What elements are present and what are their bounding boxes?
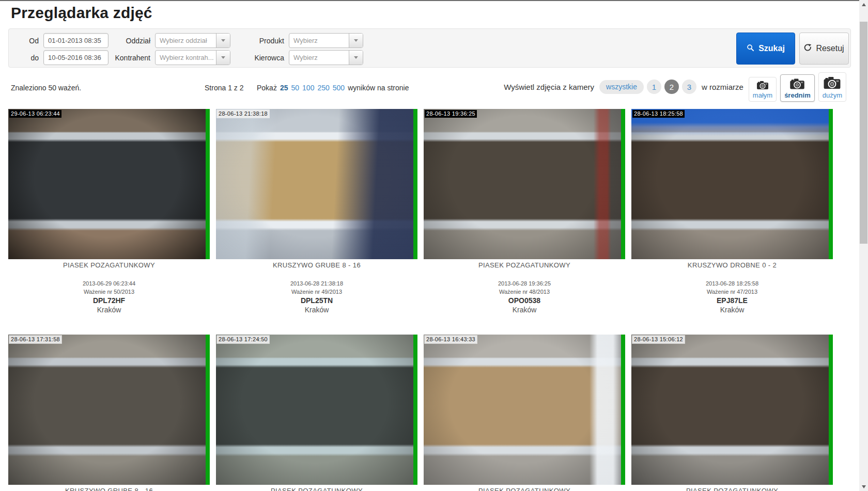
scroll-down-arrow[interactable]	[859, 482, 868, 491]
location: Kraków	[216, 306, 417, 314]
photo-card[interactable]: 28-06-13 17:24:50 PIASEK POZAGATUNKOWY	[216, 335, 417, 491]
camera-icon	[789, 77, 805, 90]
vertical-scrollbar[interactable]	[859, 0, 868, 491]
location: Kraków	[424, 306, 625, 314]
photo-browser-page: Przeglądarka zdjęć Od do Oddział Wybierz…	[0, 0, 868, 491]
triangle-up-icon	[862, 1, 866, 6]
photo-caption: KRUSZYWO GRUBE 8 - 16 2013-06-28 21:38:1…	[216, 261, 417, 314]
camera-cluster: Wyświetl zdjęcia z kamery wszystkie123 w…	[504, 70, 846, 103]
chevron-down-icon[interactable]	[349, 34, 363, 47]
photo-card[interactable]: 28-06-13 17:31:58 KRUSZYWO GRUBE 8 - 16	[8, 335, 210, 491]
product-name: KRUSZYWO GRUBE 8 - 16	[8, 487, 210, 491]
photo-card[interactable]: 28-06-13 18:25:58 KRUSZYWO DROBNE 0 - 2 …	[631, 109, 833, 314]
photo-caption: PIASEK POZAGATUNKOWY	[216, 487, 417, 491]
per-page-suffix: wyników na stronie	[348, 84, 409, 92]
camera-photo[interactable]: 28-06-13 16:43:33	[424, 335, 625, 485]
filter-row-kontrahent: Kontrahent Wybierz kontrah...	[111, 50, 230, 65]
camera-photo[interactable]: 28-06-13 17:31:58	[8, 335, 210, 485]
photo-size-button[interactable]: średnim	[780, 74, 815, 102]
camera-photo[interactable]: 28-06-13 19:36:25	[424, 109, 625, 259]
kontrahent-select-value: Wybierz kontrah...	[156, 51, 216, 65]
photo-timestamp: 29-06-13 06:23:44	[9, 110, 61, 118]
license-plate: EPJ87LE	[631, 296, 833, 305]
photo-caption: PIASEK POZAGATUNKOWY 2013-06-28 19:36:25…	[424, 261, 625, 314]
camera-photo[interactable]: 28-06-13 17:24:50	[216, 335, 417, 485]
filter-row-od: Od	[19, 33, 109, 48]
refresh-icon	[804, 44, 812, 54]
produkt-select[interactable]: Wybierz	[289, 33, 363, 48]
photo-timestamp: 28-06-13 17:24:50	[217, 336, 269, 343]
kontrahent-select[interactable]: Wybierz kontrah...	[155, 50, 230, 65]
page-size-link[interactable]: 25	[280, 84, 288, 92]
chevron-down-icon[interactable]	[349, 51, 363, 65]
product-name: KRUSZYWO DROBNE 0 - 2	[631, 261, 833, 269]
kierowca-select[interactable]: Wybierz	[289, 50, 363, 65]
photo-card[interactable]: 28-06-13 19:36:25 PIASEK POZAGATUNKOWY 2…	[424, 109, 625, 314]
camera-option-button[interactable]: 2	[664, 80, 679, 94]
product-name: KRUSZYWO GRUBE 8 - 16	[216, 261, 417, 269]
oddzial-select[interactable]: Wybierz oddział	[155, 33, 230, 48]
page-size-link[interactable]: 100	[302, 84, 314, 92]
photo-size-button[interactable]: małym	[749, 77, 777, 102]
weighing-number: Ważenie nr 48/2013	[424, 289, 625, 295]
photo-card[interactable]: 28-06-13 16:43:33 PIASEK POZAGATUNKOWY	[424, 335, 625, 491]
photo-timestamp: 28-06-13 16:43:33	[425, 336, 477, 343]
camera-icon	[823, 75, 841, 90]
search-button-label: Szukaj	[758, 44, 785, 53]
camera-photo[interactable]: 29-06-13 06:23:44	[8, 109, 210, 259]
od-label: Od	[19, 37, 39, 45]
scroll-up-arrow[interactable]	[859, 0, 868, 9]
reset-button[interactable]: Resetuj	[799, 33, 849, 65]
filter-row-oddzial: Oddział Wybierz oddział	[111, 33, 230, 48]
page-size-link[interactable]: 250	[317, 84, 329, 92]
location: Kraków	[8, 306, 210, 314]
size-buttons: małym średnim dużym	[749, 72, 846, 102]
kontrahent-label: Kontrahent	[111, 54, 150, 62]
top-divider	[0, 0, 868, 1]
camera-option-button[interactable]: wszystkie	[599, 80, 644, 94]
camera-options: wszystkie123	[599, 80, 696, 94]
page-title: Przeglądarka zdjęć	[11, 4, 152, 22]
results-toolbar: Znaleziono 50 ważeń. Strona 1 z 2 Pokaż …	[0, 70, 859, 103]
weighing-number: Ważenie nr 49/2013	[216, 289, 417, 295]
photo-timestamp: 28-06-13 17:31:58	[9, 336, 61, 343]
location: Kraków	[631, 306, 833, 314]
date-from-input[interactable]	[43, 33, 109, 48]
scrollbar-thumb[interactable]	[860, 22, 867, 244]
oddzial-select-value: Wybierz oddział	[156, 34, 216, 47]
photo-timestamp: 28-06-13 19:36:25	[425, 110, 477, 118]
photo-card[interactable]: 28-06-13 21:38:18 KRUSZYWO GRUBE 8 - 16 …	[216, 109, 417, 314]
photo-caption: PIASEK POZAGATUNKOWY 2013-06-29 06:23:44…	[8, 261, 210, 314]
produkt-label: Produkt	[244, 37, 284, 45]
search-button[interactable]: Szukaj	[736, 33, 795, 65]
photo-timestamp: 28-06-13 18:25:58	[632, 110, 685, 118]
weighing-number: Ważenie nr 50/2013	[8, 289, 210, 295]
photo-card[interactable]: 28-06-13 15:06:12 PIASEK POZAGATUNKOWY	[631, 335, 833, 491]
camera-option-button[interactable]: 1	[647, 80, 661, 94]
license-plate: DPL72HF	[8, 296, 210, 305]
photo-card[interactable]: 29-06-13 06:23:44 PIASEK POZAGATUNKOWY 2…	[8, 109, 210, 314]
camera-photo[interactable]: 28-06-13 18:25:58	[631, 109, 833, 259]
page-size-link[interactable]: 500	[333, 84, 345, 92]
chevron-down-icon[interactable]	[216, 51, 230, 65]
photo-size-button[interactable]: dużym	[818, 72, 846, 102]
weighing-datetime: 2013-06-28 18:25:58	[631, 280, 833, 287]
search-icon	[747, 44, 754, 54]
camera-photo[interactable]: 28-06-13 15:06:12	[631, 335, 833, 485]
camera-photo[interactable]: 28-06-13 21:38:18	[216, 109, 417, 259]
weighing-datetime: 2013-06-28 19:36:25	[424, 280, 625, 287]
photo-caption: PIASEK POZAGATUNKOWY	[424, 487, 625, 491]
weighing-datetime: 2013-06-29 06:23:44	[8, 280, 210, 287]
filter-panel: Od do Oddział Wybierz oddział Kontrahent…	[8, 28, 851, 68]
page-size-link[interactable]: 50	[291, 84, 300, 92]
camera-option-button[interactable]: 3	[682, 80, 696, 94]
product-name: PIASEK POZAGATUNKOWY	[631, 487, 833, 491]
photo-caption: PIASEK POZAGATUNKOWY	[631, 487, 833, 491]
product-name: PIASEK POZAGATUNKOWY	[424, 261, 625, 269]
filter-row-kierowca: Kierowca Wybierz	[244, 50, 363, 65]
date-to-input[interactable]	[43, 50, 109, 65]
photo-caption: KRUSZYWO GRUBE 8 - 16	[8, 487, 210, 491]
pokaz-label: Pokaż	[257, 84, 277, 92]
product-name: PIASEK POZAGATUNKOWY	[8, 261, 210, 269]
chevron-down-icon[interactable]	[216, 34, 230, 47]
